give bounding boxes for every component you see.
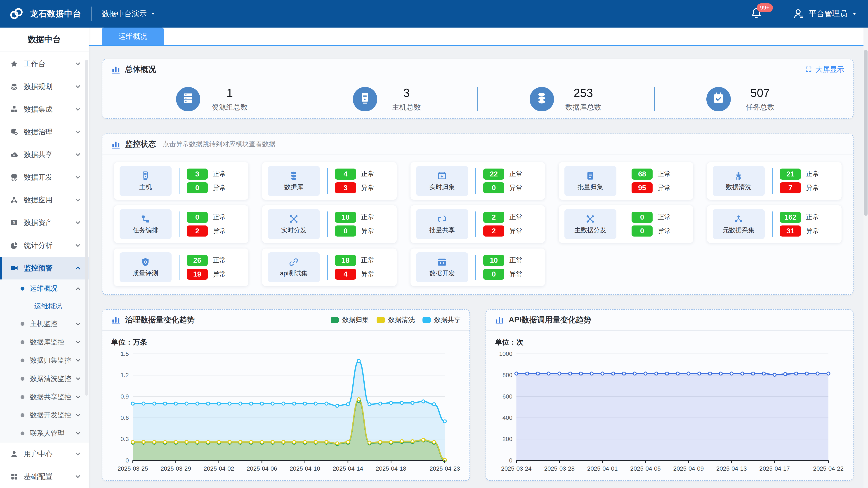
legend-label: 数据共享 — [434, 315, 461, 324]
card-divider — [179, 212, 180, 237]
monitor-card-batch-collect[interactable]: 批量归集68正常95异常 — [559, 162, 693, 200]
db-circle — [530, 87, 554, 111]
monitor-abnormal-count[interactable]: 7 — [780, 182, 801, 193]
page-scrollbar-thumb[interactable] — [864, 50, 868, 216]
monitor-normal-count[interactable]: 26 — [187, 255, 208, 266]
monitor-card-quality-eval[interactable]: Q质量评测26正常19异常 — [114, 249, 248, 286]
monitor-normal-count[interactable]: 18 — [335, 212, 356, 223]
chevron-down — [75, 197, 81, 203]
sidebar-item-label: 数据应用 — [24, 195, 74, 205]
sidebar-subitem-db-monitor[interactable]: 数据库监控 — [0, 333, 89, 351]
sidebar-leaf-ops-overview-page[interactable]: 运维概况 — [0, 298, 89, 315]
overview-stats-row: 1资源组总数3主机总数253数据库总数507任务总数 — [102, 80, 853, 118]
sidebar-subitem-host-monitor[interactable]: 主机监控 — [0, 315, 89, 333]
sidebar-item-basic-config[interactable]: 基础配置 — [0, 465, 89, 488]
legend-item-数据共享[interactable]: 数据共享 — [423, 315, 461, 324]
monitor-normal-count[interactable]: 4 — [335, 168, 356, 180]
monitor-abnormal-count[interactable]: 2 — [483, 225, 504, 236]
legend-item-数据清洗[interactable]: 数据清洗 — [377, 315, 415, 324]
monitor-abnormal-count[interactable]: 31 — [780, 225, 801, 236]
monitor-card-metadata-collect[interactable]: 元数据采集162正常31异常 — [707, 205, 842, 243]
sidebar-subitem-collect-monitor[interactable]: 数据归集监控 — [0, 351, 89, 369]
sidebar-subitem-share-monitor[interactable]: 数据共享监控 — [0, 388, 89, 406]
monitor-card-data-dev[interactable]: 数据开发10正常0异常 — [410, 249, 545, 286]
sidebar-scrollbar-thumb[interactable] — [85, 60, 88, 395]
monitor-abnormal-count[interactable]: 0 — [483, 182, 504, 193]
chevron-down — [75, 321, 81, 327]
svg-text:200: 200 — [502, 435, 513, 442]
chevron-down — [75, 84, 81, 90]
sidebar-scrollbar[interactable] — [85, 55, 88, 486]
monitor-card-label: 实时归集 — [429, 183, 455, 191]
sidebar-item-label: 数据规划 — [24, 82, 74, 92]
sidebar-item-data-governance[interactable]: 数据治理 — [0, 121, 89, 143]
workspace-dropdown[interactable]: 数据中台演示 — [102, 9, 155, 19]
monitor-abnormal-count[interactable]: 0 — [483, 269, 504, 280]
sidebar-item-data-integration[interactable]: 数据集成 — [0, 98, 89, 121]
monitor-normal-count[interactable]: 0 — [187, 212, 208, 223]
notifications-button[interactable]: 99+ — [750, 7, 764, 21]
user-menu[interactable]: 平台管理员 — [792, 8, 857, 20]
monitor-card-host[interactable]: 主机3正常0异常 — [114, 162, 248, 200]
monitor-card-batch-share[interactable]: 批量共享2正常2异常 — [410, 205, 545, 243]
monitor-normal-count[interactable]: 68 — [631, 168, 653, 180]
fullscreen-display-button[interactable]: 大屏显示 — [805, 65, 844, 74]
monitor-card-label: 实时分发 — [281, 226, 307, 234]
monitor-card-task-orchestration[interactable]: 任务编排0正常2异常 — [114, 205, 248, 243]
overview-panel: 总体概况 大屏显示 1资源组总数3主机总数253数据库总数507任务总数 — [102, 59, 854, 119]
chevron-up — [75, 286, 81, 291]
monitor-card-api-test[interactable]: api测试集18正常4异常 — [262, 249, 397, 286]
sidebar-item-user-center[interactable]: 用户中心 — [0, 443, 89, 465]
tab-ops-overview[interactable]: 运维概况 — [102, 28, 164, 45]
monitor-abnormal-count[interactable]: 0 — [631, 225, 653, 236]
monitor-card-data-clean[interactable]: 数据清洗21正常7异常 — [707, 162, 842, 200]
monitor-card-realtime-dispatch[interactable]: 实时分发18正常0异常 — [262, 205, 397, 243]
sidebar-subitem-ops-overview[interactable]: 运维概况 — [0, 280, 89, 298]
workspace-label: 数据中台演示 — [102, 9, 147, 19]
monitor-card-master-dispatch[interactable]: 主数据分发0正常0异常 — [559, 205, 693, 243]
sidebar-subitem-label: 数据库监控 — [30, 337, 75, 347]
monitor-card-database[interactable]: 数据库4正常3异常 — [262, 162, 397, 200]
sidebar-item-data-assets[interactable]: ¥数据资产 — [0, 211, 89, 234]
sidebar-subitem-clean-monitor[interactable]: 数据清洗监控 — [0, 369, 89, 388]
monitor-abnormal-row: 31异常 — [780, 225, 819, 236]
monitor-abnormal-count[interactable]: 4 — [335, 269, 356, 280]
sidebar-subitem-dev-monitor[interactable]: 数据开发监控 — [0, 406, 89, 424]
star-icon — [10, 60, 18, 68]
monitor-normal-count[interactable]: 10 — [483, 255, 504, 266]
stat-value: 1 — [211, 86, 249, 100]
sidebar-item-data-sharing[interactable]: 数据共享 — [0, 143, 89, 166]
governance-chart-body: 单位：万条 00.30.60.91.21.52025-03-252025-03-… — [102, 331, 470, 477]
monitor-card-label: 数据库 — [284, 183, 303, 191]
sidebar-item-statistics[interactable]: 统计分析 — [0, 234, 89, 257]
monitor-card-realtime-collect[interactable]: 实时归集22正常0异常 — [410, 162, 545, 200]
monitor-normal-count[interactable]: 3 — [187, 168, 208, 180]
monitor-normal-count[interactable]: 0 — [631, 212, 653, 223]
monitor-abnormal-count[interactable]: 19 — [187, 269, 208, 280]
monitor-normal-count[interactable]: 2 — [483, 212, 504, 223]
monitor-abnormal-count[interactable]: 3 — [335, 182, 356, 193]
sidebar-item-workbench[interactable]: 工作台 — [0, 53, 89, 75]
sidebar-item-monitor-alert[interactable]: !监控预警 — [0, 257, 89, 279]
sidebar-item-data-development[interactable]: 数据开发 — [0, 166, 89, 189]
monitor-normal-count[interactable]: 21 — [780, 168, 801, 180]
card-divider — [772, 212, 773, 237]
legend-item-数据归集[interactable]: 数据归集 — [331, 315, 369, 324]
page-scrollbar[interactable] — [864, 28, 868, 488]
monitor-normal-count[interactable]: 162 — [780, 212, 801, 223]
monitor-abnormal-count[interactable]: 0 — [187, 182, 208, 193]
monitor-normal-count[interactable]: 22 — [483, 168, 504, 180]
monitor-abnormal-count[interactable]: 95 — [631, 182, 653, 193]
monitor-normal-count[interactable]: 18 — [335, 255, 356, 266]
sidebar-item-data-planning[interactable]: 数据规划 — [0, 75, 89, 98]
stat-value: 507 — [741, 86, 779, 100]
sidebar-item-data-application[interactable]: 数据应用 — [0, 189, 89, 211]
monitor-abnormal-count[interactable]: 0 — [335, 225, 356, 236]
governance-trend-chart: 00.30.60.91.21.52025-03-252025-03-292025… — [110, 348, 462, 477]
sidebar-subitem-contacts[interactable]: 联系人管理 — [0, 424, 89, 443]
sidebar: 数据中台 工作台数据规划数据集成数据治理数据共享数据开发数据应用¥数据资产统计分… — [0, 28, 89, 488]
monitor-abnormal-count[interactable]: 2 — [187, 225, 208, 236]
monitor-abnormal-label: 异常 — [806, 184, 819, 193]
card-divider — [327, 255, 328, 280]
monitor-abnormal-row: 0异常 — [187, 182, 226, 193]
